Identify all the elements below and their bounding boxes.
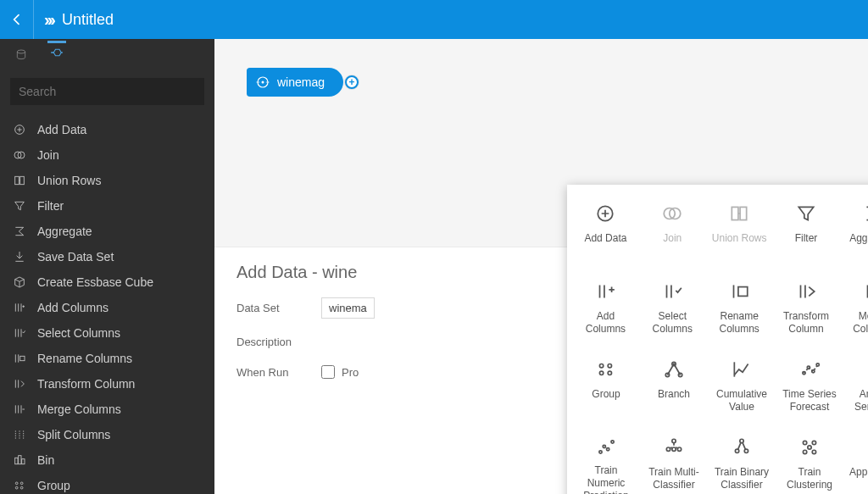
step-train-binary-classifier[interactable]: Train Binary Classifier bbox=[709, 425, 774, 494]
step-label: Cumulative Value bbox=[709, 388, 774, 414]
sidebar-item-create-essbase-cube[interactable]: Create Essbase Cube bbox=[0, 269, 214, 295]
train-numeric-prediction-icon bbox=[594, 436, 618, 458]
split-columns-icon bbox=[12, 427, 27, 442]
dataset-field-label: Data Set bbox=[236, 302, 321, 314]
tab-steps[interactable] bbox=[47, 41, 66, 59]
svg-point-30 bbox=[608, 364, 611, 368]
step-select-columns[interactable]: Select Columns bbox=[641, 269, 704, 344]
sidebar-item-merge-columns[interactable]: Merge Columns bbox=[0, 397, 214, 422]
step-aggregate[interactable]: Aggregate bbox=[841, 191, 868, 266]
sidebar-item-group[interactable]: Group bbox=[0, 473, 214, 494]
select-columns-icon bbox=[660, 280, 684, 303]
svg-point-13 bbox=[20, 486, 23, 489]
step-merge-columns[interactable]: Merge Columns bbox=[841, 269, 868, 344]
step-apply-model[interactable]: Apply Model bbox=[845, 425, 868, 494]
union-rows-icon bbox=[12, 173, 27, 188]
svg-point-45 bbox=[607, 448, 609, 451]
chevron-left-icon bbox=[10, 13, 24, 26]
add-columns-icon bbox=[12, 300, 27, 315]
group-icon bbox=[12, 478, 27, 493]
step-label: Branch bbox=[656, 388, 692, 401]
step-cumulative-value[interactable]: Cumulative Value bbox=[709, 347, 774, 422]
step-label: Group bbox=[590, 388, 621, 401]
sidebar-item-label: Merge Columns bbox=[37, 402, 121, 416]
back-button[interactable] bbox=[0, 0, 34, 39]
svg-rect-8 bbox=[19, 456, 21, 464]
sidebar-item-split-columns[interactable]: Split Columns bbox=[0, 422, 214, 447]
add-data-icon bbox=[593, 202, 617, 225]
step-join: Join bbox=[641, 191, 704, 266]
add-step-menu: Add DataJoinUnion RowsFilterAggregateSav… bbox=[567, 185, 868, 494]
sidebar-item-filter[interactable]: Filter bbox=[0, 193, 214, 219]
step-label: Rename Columns bbox=[708, 310, 771, 336]
train-binary-classifier-icon bbox=[730, 436, 754, 459]
sidebar-item-union-rows[interactable]: Union Rows bbox=[0, 168, 214, 193]
sidebar-item-label: Union Rows bbox=[37, 174, 101, 187]
chevrons-right-icon: ››› bbox=[44, 10, 53, 30]
step-label: Filter bbox=[793, 232, 820, 245]
sidebar-item-label: Save Data Set bbox=[37, 250, 114, 264]
svg-point-32 bbox=[608, 371, 611, 375]
step-icon bbox=[49, 47, 64, 58]
flow-node-winemag[interactable]: winemag bbox=[247, 68, 343, 97]
step-add-columns[interactable]: Add Columns bbox=[574, 269, 637, 344]
dataset-field-value[interactable]: winema bbox=[321, 297, 375, 319]
svg-point-43 bbox=[599, 451, 602, 453]
add-data-icon bbox=[12, 122, 27, 137]
svg-point-52 bbox=[735, 449, 738, 452]
bin-icon bbox=[12, 452, 27, 468]
svg-rect-20 bbox=[732, 207, 738, 219]
sidebar-item-label: Select Columns bbox=[37, 326, 120, 340]
cumulative-value-icon bbox=[730, 358, 754, 381]
svg-point-55 bbox=[812, 441, 815, 444]
svg-point-11 bbox=[20, 482, 23, 485]
sidebar-tabs bbox=[0, 39, 214, 71]
tab-data[interactable] bbox=[12, 46, 31, 64]
sidebar-item-bin[interactable]: Bin bbox=[0, 447, 214, 473]
sidebar-item-transform-column[interactable]: Transform Column bbox=[0, 371, 214, 397]
step-branch[interactable]: Branch bbox=[642, 347, 706, 422]
sidebar-item-select-columns[interactable]: Select Columns bbox=[0, 320, 214, 346]
step-group[interactable]: Group bbox=[574, 347, 638, 422]
sidebar-item-label: Bin bbox=[37, 453, 54, 467]
join-icon bbox=[660, 202, 684, 225]
sidebar-item-aggregate[interactable]: Aggregate bbox=[0, 219, 214, 244]
search-input[interactable] bbox=[10, 78, 204, 105]
svg-point-57 bbox=[812, 450, 815, 453]
sidebar-item-label: Add Columns bbox=[37, 301, 108, 314]
svg-rect-25 bbox=[738, 287, 748, 297]
sidebar-item-join[interactable]: Join bbox=[0, 142, 214, 168]
whenrun-checkbox[interactable] bbox=[321, 365, 335, 379]
svg-point-47 bbox=[672, 439, 676, 442]
step-time-series-forecast[interactable]: Time Series Forecast bbox=[777, 347, 842, 422]
breadcrumb[interactable]: ››› Untitled bbox=[34, 10, 124, 30]
rename-columns-icon bbox=[727, 280, 751, 303]
page-title: Untitled bbox=[62, 11, 114, 29]
step-add-data[interactable]: Add Data bbox=[574, 191, 637, 266]
step-label: Aggregate bbox=[848, 232, 868, 245]
step-train-multi-classifier[interactable]: Train Multi-Classifier bbox=[642, 425, 706, 494]
sidebar-item-add-data[interactable]: Add Data bbox=[0, 117, 214, 142]
step-label: Union Rows bbox=[710, 232, 769, 245]
save-data-set-icon bbox=[12, 249, 27, 264]
svg-rect-21 bbox=[740, 207, 747, 219]
filter-icon bbox=[794, 202, 818, 225]
step-train-numeric-prediction[interactable]: Train Numeric Prediction bbox=[574, 425, 638, 494]
step-union-rows: Union Rows bbox=[708, 191, 771, 266]
step-train-clustering[interactable]: Train Clustering bbox=[777, 425, 842, 494]
aggregate-icon bbox=[861, 202, 868, 225]
step-rename-columns[interactable]: Rename Columns bbox=[708, 269, 771, 344]
step-analyze-sentiment[interactable]: Analyze Sentiment bbox=[845, 347, 868, 422]
sidebar-item-save-data-set[interactable]: Save Data Set bbox=[0, 244, 214, 269]
step-label: Analyze Sentiment bbox=[845, 388, 868, 414]
add-step-button[interactable]: + bbox=[345, 75, 359, 89]
step-label: Join bbox=[661, 232, 683, 245]
join-icon bbox=[12, 147, 27, 163]
sidebar-item-add-columns[interactable]: Add Columns bbox=[0, 295, 214, 320]
sidebar-item-label: Aggregate bbox=[37, 225, 92, 238]
step-filter[interactable]: Filter bbox=[775, 191, 838, 266]
sidebar-item-rename-columns[interactable]: Rename Columns bbox=[0, 346, 214, 371]
step-label: Transform Column bbox=[775, 310, 838, 336]
step-transform-column[interactable]: Transform Column bbox=[775, 269, 838, 344]
svg-point-51 bbox=[740, 439, 743, 442]
